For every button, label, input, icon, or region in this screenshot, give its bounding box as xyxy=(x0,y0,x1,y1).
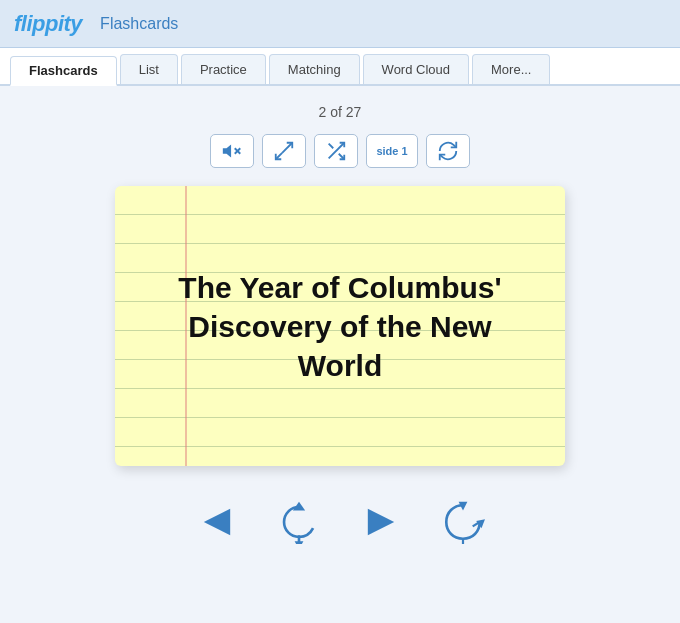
flashcard-text: The Year of Columbus' Discovery of the N… xyxy=(115,238,565,415)
next-button[interactable] xyxy=(355,496,407,548)
flip-all-icon xyxy=(441,500,485,544)
replay-button[interactable] xyxy=(273,496,325,548)
svg-marker-9 xyxy=(293,502,305,511)
prev-button[interactable] xyxy=(191,496,243,548)
svg-marker-11 xyxy=(295,541,304,544)
header: flippity Flashcards xyxy=(0,0,680,48)
next-icon xyxy=(359,500,403,544)
expand-icon xyxy=(273,140,295,162)
svg-marker-8 xyxy=(204,509,230,535)
header-title: Flashcards xyxy=(100,15,178,33)
tab-matching[interactable]: Matching xyxy=(269,54,360,84)
main-content: 2 of 27 xyxy=(0,86,680,568)
bottom-navigation xyxy=(191,496,489,548)
expand-button[interactable] xyxy=(262,134,306,168)
svg-line-4 xyxy=(276,153,282,159)
controls-row: side 1 xyxy=(210,134,470,168)
tab-flashcards[interactable]: Flashcards xyxy=(10,56,117,86)
flip-icon xyxy=(437,140,459,162)
mute-button[interactable] xyxy=(210,134,254,168)
replay-icon xyxy=(277,500,321,544)
card-counter: 2 of 27 xyxy=(319,104,362,120)
svg-marker-12 xyxy=(368,509,394,535)
flip-all-button[interactable] xyxy=(437,496,489,548)
tab-list[interactable]: List xyxy=(120,54,178,84)
svg-marker-0 xyxy=(223,145,231,158)
prev-icon xyxy=(195,500,239,544)
tab-more[interactable]: More... xyxy=(472,54,550,84)
svg-line-3 xyxy=(282,143,292,153)
logo: flippity xyxy=(14,11,82,37)
shuffle-button[interactable] xyxy=(314,134,358,168)
flip-button[interactable] xyxy=(426,134,470,168)
tab-bar: Flashcards List Practice Matching Word C… xyxy=(0,48,680,86)
shuffle-icon xyxy=(325,140,347,162)
tab-practice[interactable]: Practice xyxy=(181,54,266,84)
side-label: side 1 xyxy=(376,145,407,157)
side-button[interactable]: side 1 xyxy=(366,134,418,168)
svg-line-7 xyxy=(329,144,334,149)
flashcard[interactable]: The Year of Columbus' Discovery of the N… xyxy=(115,186,565,466)
tab-wordcloud[interactable]: Word Cloud xyxy=(363,54,469,84)
mute-icon xyxy=(221,140,243,162)
